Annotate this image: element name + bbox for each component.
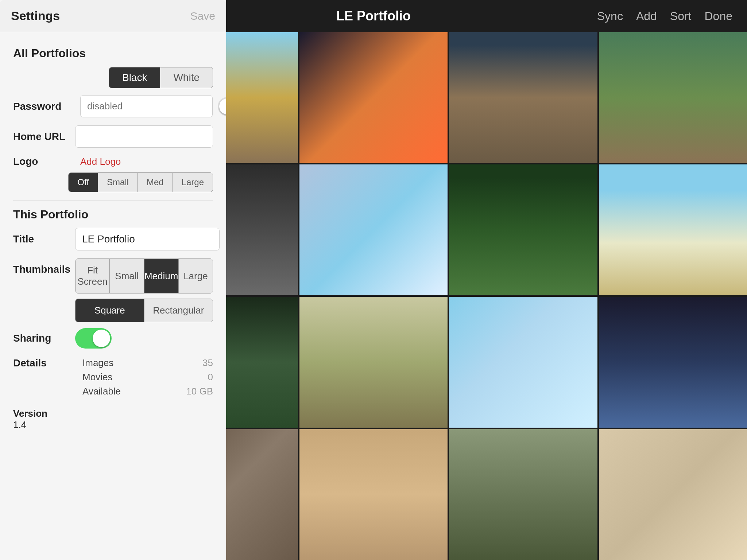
images-detail-row: Images 35 [75,357,213,369]
settings-panel-title: Settings [11,9,60,23]
bw-row: Black White [13,67,213,89]
white-button[interactable]: White [160,67,213,88]
photo-cell[interactable] [299,164,448,295]
photo-cell[interactable] [299,429,448,560]
images-key: Images [82,357,113,369]
photo-cell[interactable] [449,32,597,163]
black-button[interactable]: Black [109,67,160,88]
photo-cell[interactable] [449,297,597,428]
logo-large-button[interactable]: Large [173,173,213,192]
available-detail-row: Available 10 GB [75,386,213,397]
available-key: Available [82,386,121,397]
thumb-medium-button[interactable]: Medium [144,259,179,293]
add-button[interactable]: Add [636,9,657,23]
sync-button[interactable]: Sync [597,9,623,23]
password-input[interactable] [80,95,213,117]
sort-button[interactable]: Sort [670,9,692,23]
thumbnails-row: Thumbnails Fit Screen Small Medium Large… [13,258,213,322]
settings-body: All Portfolios Black White Password Home… [0,32,226,560]
images-value: 35 [202,357,213,369]
details-content: Images 35 Movies 0 Available 10 GB [75,357,213,400]
logo-row: Logo Add Logo Off Small Med Large [13,156,213,192]
sharing-toggle-knob [93,330,110,347]
thumb-small-button[interactable]: Small [110,259,144,293]
thumb-square-button[interactable]: Square [76,299,144,322]
photo-cell[interactable] [449,429,597,560]
version-number: 1.4 [13,419,26,430]
photo-cell[interactable] [299,32,448,163]
logo-size-toggle[interactable]: Off Small Med Large [68,172,213,192]
thumb-large-button[interactable]: Large [179,259,213,293]
title-row: Title [13,228,213,250]
version-label: Version [13,408,47,419]
sharing-row: Sharing [13,327,213,349]
photo-cell[interactable] [599,32,747,163]
done-button[interactable]: Done [705,9,733,23]
add-logo-button[interactable]: Add Logo [80,156,121,167]
password-label: Password [13,101,75,112]
photo-cell[interactable] [599,429,747,560]
password-row: Password [13,95,213,117]
available-value: 10 GB [186,386,213,397]
all-portfolios-title: All Portfolios [13,47,213,60]
title-label: Title [13,233,75,245]
movies-value: 0 [208,372,213,383]
details-row: Details Images 35 Movies 0 Available 10 … [13,357,213,400]
home-url-input[interactable] [75,125,213,148]
photo-cell[interactable] [599,164,747,295]
logo-med-button[interactable]: Med [138,173,173,192]
thumb-fit-screen-button[interactable]: Fit Screen [76,259,110,293]
logo-label: Logo [13,156,75,167]
settings-header: Settings Save [0,0,226,32]
save-button[interactable]: Save [190,10,215,22]
page-title: LE Portfolio [336,8,411,24]
thumb-rectangular-button[interactable]: Rectangular [144,299,213,322]
bw-toggle[interactable]: Black White [109,67,213,88]
thumb-size-toggle[interactable]: Fit Screen Small Medium Large [75,258,213,293]
divider [13,200,213,201]
logo-off-button[interactable]: Off [69,173,98,192]
title-input[interactable] [75,228,220,250]
nav-right: Sync Add Sort Done [597,9,732,23]
password-toggle[interactable] [218,97,226,116]
thumbnails-label: Thumbnails [13,264,75,275]
sharing-label: Sharing [13,332,75,344]
version-section: Version 1.4 [13,408,213,431]
settings-panel: Settings Save All Portfolios Black White… [0,0,226,560]
photo-cell[interactable] [599,297,747,428]
toggle-knob [219,98,226,114]
photo-cell[interactable] [299,297,448,428]
details-label: Details [13,357,75,369]
this-portfolio-title: This Portfolio [13,208,213,221]
photo-cell[interactable] [449,164,597,295]
thumbnail-controls: Fit Screen Small Medium Large Square Rec… [75,258,213,322]
home-url-row: Home URL [13,125,213,148]
movies-detail-row: Movies 0 [75,372,213,383]
sharing-toggle[interactable] [75,328,112,349]
logo-small-button[interactable]: Small [98,173,138,192]
home-url-label: Home URL [13,131,75,143]
movies-key: Movies [82,372,112,383]
thumb-shape-toggle[interactable]: Square Rectangular [75,299,213,322]
